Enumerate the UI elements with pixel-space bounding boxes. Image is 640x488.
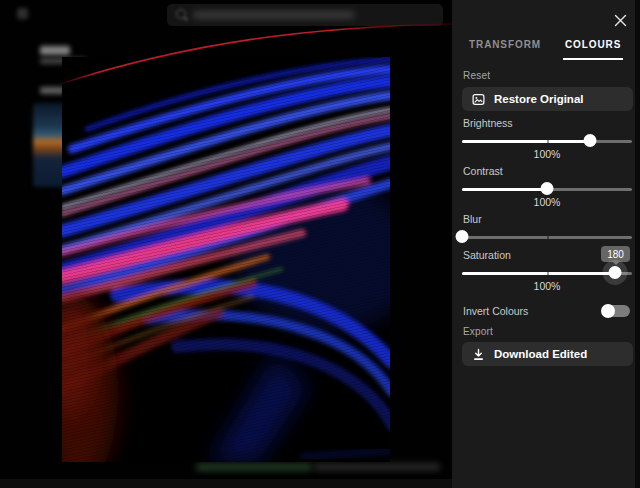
edit-panel: TRANSFORM COLOURS Reset Restore Original… — [452, 0, 635, 488]
reset-section-label: Reset — [463, 70, 490, 81]
download-icon — [472, 348, 485, 361]
brightness-slider[interactable] — [462, 134, 632, 148]
light-trails-artwork — [62, 57, 390, 462]
slider-fill — [462, 188, 547, 191]
slider-center-tick — [547, 140, 549, 143]
sidebar-heading-blurred — [40, 46, 70, 55]
slider-center-tick — [547, 236, 549, 239]
saturation-slider[interactable] — [462, 266, 632, 280]
saturation-value: 100% — [462, 280, 632, 292]
contrast-slider[interactable] — [462, 182, 632, 196]
slider-fill — [462, 272, 615, 275]
saturation-label: Saturation — [463, 249, 511, 261]
photo-preview — [62, 57, 390, 462]
panel-edge-strip — [635, 0, 640, 488]
saturation-slider-handle[interactable] — [609, 266, 622, 279]
editor-tabs: TRANSFORM COLOURS — [467, 39, 623, 60]
search-placeholder-blurred — [193, 11, 355, 19]
contrast-value: 100% — [462, 196, 632, 208]
download-edited-label: Download Edited — [494, 348, 587, 360]
invert-colours-toggle[interactable] — [602, 305, 630, 317]
export-section-label: Export — [463, 326, 493, 337]
search-icon — [176, 9, 186, 19]
blur-slider-handle[interactable] — [456, 230, 469, 243]
image-icon — [472, 93, 485, 106]
restore-original-label: Restore Original — [494, 93, 583, 105]
tab-colours[interactable]: COLOURS — [563, 39, 623, 60]
menu-icon — [17, 8, 28, 19]
blur-slider[interactable] — [462, 230, 632, 244]
download-edited-button[interactable]: Download Edited — [462, 342, 633, 366]
blur-label: Blur — [463, 213, 482, 225]
search-bar-dimmed — [167, 4, 443, 26]
contrast-slider-handle[interactable] — [541, 182, 554, 195]
toggle-knob — [601, 304, 615, 318]
brightness-value: 100% — [462, 148, 632, 160]
tab-transform[interactable]: TRANSFORM — [467, 39, 543, 60]
page-bottom-strip — [0, 479, 452, 488]
brightness-label: Brightness — [463, 117, 513, 129]
photo-caption-blurred-2 — [314, 463, 440, 471]
restore-original-button[interactable]: Restore Original — [462, 87, 633, 111]
contrast-label: Contrast — [463, 165, 503, 177]
invert-colours-label: Invert Colours — [463, 305, 528, 317]
slider-center-tick — [547, 272, 549, 275]
slider-fill — [462, 140, 590, 143]
app-window: TRANSFORM COLOURS Reset Restore Original… — [0, 0, 640, 488]
photo-caption-blurred — [196, 463, 312, 471]
close-icon[interactable] — [613, 13, 628, 28]
brightness-slider-handle[interactable] — [583, 134, 596, 147]
